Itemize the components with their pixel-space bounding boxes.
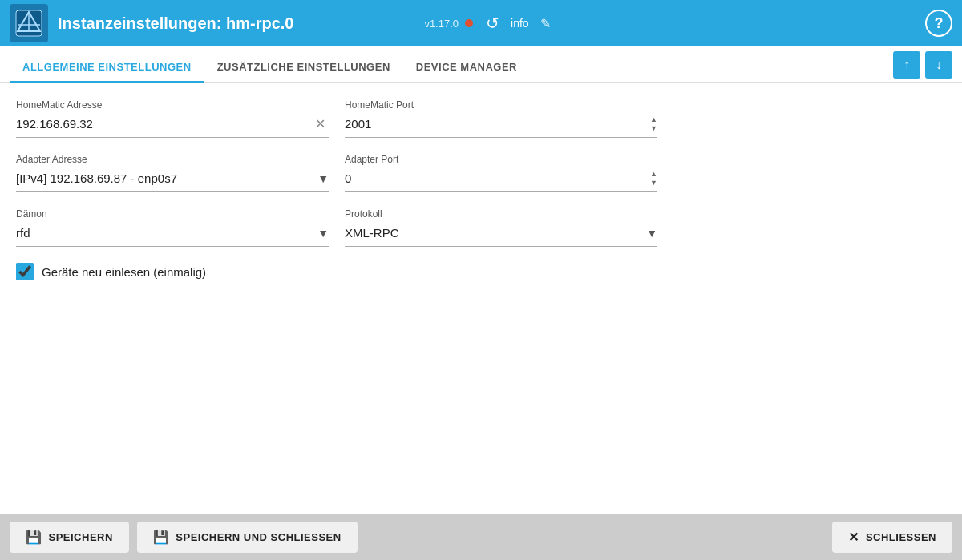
upload-button[interactable]: ↑ xyxy=(893,51,920,79)
adapter-port-input[interactable] xyxy=(345,168,647,188)
info-label[interactable]: info xyxy=(511,17,529,30)
tab-device-manager[interactable]: DEVICE MANAGER xyxy=(403,53,530,83)
adapter-port-label: Adapter Port xyxy=(345,154,657,165)
close-x-icon: ✕ xyxy=(848,530,859,545)
protokoll-group: Protokoll XML-RPC ▼ xyxy=(345,208,657,247)
adapter-adresse-select[interactable]: [IPv4] 192.168.69.87 - enp0s7 xyxy=(16,168,317,188)
geraete-checkbox[interactable] xyxy=(16,263,34,280)
save-close-icon: 💾 xyxy=(153,530,170,545)
daemon-group: Dämon rfd ▼ xyxy=(16,208,329,247)
port-spinner-up[interactable]: ▲ xyxy=(650,115,657,124)
form-row-3: Dämon rfd ▼ Protokoll XML-RPC ▼ xyxy=(16,208,946,247)
help-button[interactable]: ? xyxy=(925,10,952,37)
form-row-1: HomeMatic Adresse ✕ HomeMatic Port ▲ ▼ xyxy=(16,99,946,138)
main-content: HomeMatic Adresse ✕ HomeMatic Port ▲ ▼ A… xyxy=(0,83,962,514)
homematic-adresse-clear-button[interactable]: ✕ xyxy=(312,116,329,131)
version-label: v1.17.0 xyxy=(424,18,459,30)
geraete-checkbox-label[interactable]: Geräte neu einlesen (einmalig) xyxy=(42,265,206,279)
adapter-port-spinner-down[interactable]: ▼ xyxy=(650,179,657,187)
daemon-select-wrap: rfd ▼ xyxy=(16,223,329,247)
adapter-port-spinner: ▲ ▼ xyxy=(650,170,657,187)
adapter-adresse-select-wrap: [IPv4] 192.168.69.87 - enp0s7 ▼ xyxy=(16,168,329,192)
checkbox-row: Geräte neu einlesen (einmalig) xyxy=(16,263,946,280)
daemon-dropdown-icon: ▼ xyxy=(317,227,329,240)
help-icon: ? xyxy=(935,15,944,32)
homematic-adresse-input-wrap: ✕ xyxy=(16,114,329,138)
protokoll-select[interactable]: XML-RPC xyxy=(345,223,646,243)
adapter-adresse-group: Adapter Adresse [IPv4] 192.168.69.87 - e… xyxy=(16,154,329,192)
download-icon: ↓ xyxy=(936,58,942,72)
tab-zusaetzliche[interactable]: ZUSÄTZLICHE EINSTELLUNGEN xyxy=(204,53,403,83)
homematic-port-label: HomeMatic Port xyxy=(345,99,657,111)
logo xyxy=(10,4,48,42)
save-icon: 💾 xyxy=(26,530,42,545)
status-dot xyxy=(465,19,473,27)
daemon-select[interactable]: rfd xyxy=(16,223,317,243)
save-label: SPEICHERN xyxy=(49,531,113,543)
footer: 💾 SPEICHERN 💾 SPEICHERN UND SCHLIESSEN ✕… xyxy=(0,514,962,560)
homematic-port-input[interactable] xyxy=(345,114,647,134)
protokoll-select-wrap: XML-RPC ▼ xyxy=(345,223,657,247)
adapter-adresse-dropdown-icon: ▼ xyxy=(317,172,329,185)
close-button[interactable]: ✕ SCHLIESSEN xyxy=(832,522,952,553)
homematic-port-input-wrap: ▲ ▼ xyxy=(345,114,657,138)
port-spinner-down[interactable]: ▼ xyxy=(650,124,657,133)
adapter-adresse-label: Adapter Adresse xyxy=(16,154,329,165)
adapter-port-input-wrap: ▲ ▼ xyxy=(345,168,657,192)
page-title: Instanzeinstellungen: hm-rpc.0 xyxy=(58,14,416,33)
tabs-actions: ↑ ↓ xyxy=(893,51,952,79)
tabs-bar: ALLGEMEINE EINSTELLUNGEN ZUSÄTZLICHE EIN… xyxy=(0,46,962,83)
save-close-button[interactable]: 💾 SPEICHERN UND SCHLIESSEN xyxy=(137,522,358,553)
port-spinner: ▲ ▼ xyxy=(650,115,657,133)
homematic-port-group: HomeMatic Port ▲ ▼ xyxy=(345,99,657,138)
save-close-label: SPEICHERN UND SCHLIESSEN xyxy=(176,531,341,543)
adapter-port-spinner-up[interactable]: ▲ xyxy=(650,170,657,179)
form-row-2: Adapter Adresse [IPv4] 192.168.69.87 - e… xyxy=(16,154,946,192)
homematic-adresse-input[interactable] xyxy=(16,114,312,134)
homematic-adresse-group: HomeMatic Adresse ✕ xyxy=(16,99,329,138)
protokoll-dropdown-icon: ▼ xyxy=(646,227,657,240)
clear-icon: ✕ xyxy=(315,117,325,131)
tab-allgemeine[interactable]: ALLGEMEINE EINSTELLUNGEN xyxy=(10,53,204,83)
protokoll-label: Protokoll xyxy=(345,208,657,220)
adapter-port-group: Adapter Port ▲ ▼ xyxy=(345,154,657,192)
header: Instanzeinstellungen: hm-rpc.0 v1.17.0 ↺… xyxy=(0,0,962,46)
edit-button[interactable]: ✎ xyxy=(537,13,554,34)
close-label: SCHLIESSEN xyxy=(866,531,936,543)
save-button[interactable]: 💾 SPEICHERN xyxy=(10,522,129,553)
download-button[interactable]: ↓ xyxy=(925,51,952,79)
daemon-label: Dämon xyxy=(16,208,329,220)
upload-icon: ↑ xyxy=(903,58,910,72)
refresh-button[interactable]: ↺ xyxy=(483,10,503,36)
homematic-adresse-label: HomeMatic Adresse xyxy=(16,99,329,111)
